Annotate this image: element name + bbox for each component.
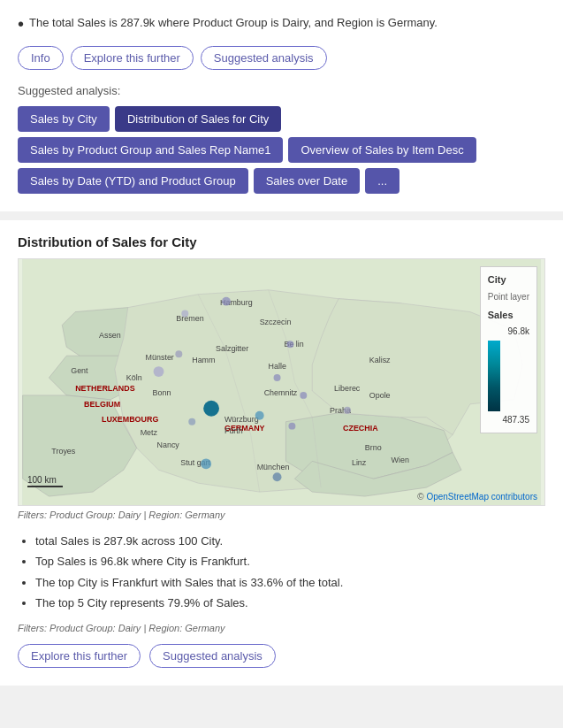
- chart-filter-text: Filters: Product Group: Dairy | Region: …: [18, 510, 545, 520]
- gradient-bar: [488, 341, 500, 411]
- legend-max: 96.8k: [488, 325, 529, 339]
- svg-text:Chemnitz: Chemnitz: [264, 388, 298, 397]
- svg-text:Köln: Köln: [126, 373, 142, 382]
- bottom-actions: Explore this further Suggested analysis: [18, 644, 545, 668]
- svg-point-43: [222, 297, 231, 306]
- info-button[interactable]: Info: [18, 46, 64, 70]
- insight-item-4: The top 5 City represents 79.9% of Sales…: [35, 593, 545, 613]
- bottom-section: Distribution of Sales for City: [0, 220, 563, 686]
- svg-text:Bonn: Bonn: [153, 388, 171, 397]
- bottom-explore-button[interactable]: Explore this further: [18, 644, 141, 668]
- svg-text:Brno: Brno: [365, 443, 382, 452]
- svg-text:Bremen: Bremen: [176, 314, 203, 323]
- legend-min: 487.35: [488, 413, 529, 427]
- svg-point-53: [201, 458, 211, 469]
- svg-point-52: [288, 423, 295, 430]
- top-action-buttons: Info Explore this further Suggested anal…: [18, 46, 545, 70]
- insights-list: total Sales is 287.9k across 100 City. T…: [18, 531, 545, 614]
- svg-text:Linz: Linz: [352, 458, 367, 467]
- svg-point-47: [274, 374, 281, 381]
- scale-label: 100 km: [27, 475, 57, 485]
- svg-text:LUXEMBOURG: LUXEMBOURG: [102, 415, 158, 424]
- svg-text:Opole: Opole: [369, 391, 391, 400]
- svg-text:Gent: Gent: [71, 366, 88, 375]
- svg-point-54: [273, 472, 282, 481]
- chart-title: Distribution of Sales for City: [18, 234, 545, 249]
- svg-point-48: [203, 401, 219, 417]
- legend-sales-label: Sales: [488, 308, 529, 324]
- insight-item-3: The top City is Frankfurt with Sales tha…: [35, 572, 545, 593]
- bottom-suggested-button[interactable]: Suggested analysis: [149, 644, 276, 668]
- svg-text:Würzburg: Würzburg: [224, 415, 259, 424]
- map-attribution: © OpenStreetMap contributors: [417, 492, 537, 502]
- svg-text:Münster: Münster: [146, 353, 174, 362]
- legend-city-label: City: [488, 272, 529, 288]
- svg-point-45: [175, 350, 182, 357]
- scale-line: [27, 486, 63, 487]
- svg-text:Troyes: Troyes: [51, 447, 75, 456]
- bottom-filter-text: Filters: Product Group: Dairy | Region: …: [18, 623, 545, 633]
- svg-point-49: [255, 411, 264, 420]
- svg-text:Halle: Halle: [269, 362, 286, 371]
- svg-text:München: München: [257, 463, 290, 471]
- svg-text:Liberec: Liberec: [334, 384, 361, 393]
- sales-by-product-group-button[interactable]: Sales by Product Group and Sales Rep Nam…: [18, 137, 283, 163]
- svg-point-50: [300, 392, 307, 399]
- svg-point-42: [181, 310, 188, 318]
- distribution-of-sales-for-city-button[interactable]: Distribution of Sales for City: [115, 106, 281, 132]
- svg-text:Wien: Wien: [392, 456, 409, 464]
- map-svg: Hamburg Szczecin Bremen Assen Salzgitter…: [19, 259, 544, 505]
- svg-text:Salzgitter: Salzgitter: [216, 344, 248, 353]
- insight-item-2: Top Sales is 96.8k where City is Frankfu…: [35, 551, 545, 571]
- sales-by-date-button[interactable]: Sales by Date (YTD) and Product Group: [18, 168, 248, 194]
- bullet-dot: •: [18, 14, 24, 34]
- svg-text:Kalisz: Kalisz: [369, 356, 391, 364]
- svg-text:Assen: Assen: [99, 331, 121, 340]
- svg-text:Szczecin: Szczecin: [260, 318, 292, 326]
- svg-text:Metz: Metz: [141, 428, 158, 437]
- svg-point-55: [188, 418, 195, 425]
- top-section: • The total Sales is 287.9k where Produc…: [0, 0, 563, 211]
- summary-content: The total Sales is 287.9k where Product …: [29, 14, 437, 32]
- suggested-label: Suggested analysis:: [18, 84, 545, 97]
- legend-point-layer: Point layer: [488, 290, 529, 304]
- svg-point-46: [154, 366, 164, 377]
- map-legend: City Point layer Sales 96.8k 487.35: [480, 266, 537, 433]
- sales-by-city-button[interactable]: Sales by City: [18, 106, 110, 132]
- suggested-analysis-top-button[interactable]: Suggested analysis: [201, 46, 327, 70]
- svg-text:Nancy: Nancy: [157, 441, 180, 449]
- summary-text: • The total Sales is 287.9k where Produc…: [18, 14, 545, 34]
- sales-over-date-button[interactable]: Sales over Date: [254, 168, 361, 194]
- openstreetmap-link[interactable]: OpenStreetMap contributors: [426, 492, 537, 502]
- svg-text:BELGIUM: BELGIUM: [84, 400, 120, 409]
- scale-bar: 100 km: [27, 475, 63, 487]
- svg-point-44: [286, 341, 293, 348]
- map-container: Hamburg Szczecin Bremen Assen Salzgitter…: [18, 258, 545, 506]
- explore-this-further-button[interactable]: Explore this further: [71, 46, 194, 70]
- overview-of-sales-button[interactable]: Overview of Sales by Item Desc: [288, 137, 476, 163]
- insight-item-1: total Sales is 287.9k across 100 City.: [35, 531, 545, 551]
- analysis-buttons-group: Sales by City Distribution of Sales for …: [18, 106, 545, 194]
- svg-text:NETHERLANDS: NETHERLANDS: [75, 384, 134, 393]
- more-button[interactable]: ...: [365, 168, 399, 194]
- svg-text:Hamm: Hamm: [192, 356, 215, 364]
- svg-text:Fürth: Fürth: [224, 426, 243, 435]
- svg-text:CZECHIA: CZECHIA: [343, 424, 378, 433]
- svg-point-51: [344, 407, 351, 414]
